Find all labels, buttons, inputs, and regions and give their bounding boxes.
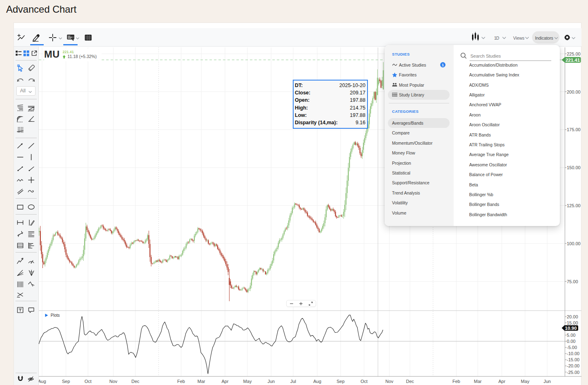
svg-text:-15.00: -15.00 [567,357,579,362]
svg-text:Apr: Apr [498,379,505,384]
svg-text:-10.00: -10.00 [567,351,579,356]
svg-text:10.90: 10.90 [565,326,577,331]
svg-text:Dec: Dec [406,379,414,384]
svg-text:Mar: Mar [198,379,205,384]
svg-text:Dec: Dec [131,379,140,384]
svg-text:Jun: Jun [267,379,275,384]
svg-text:Jun: Jun [543,379,551,384]
svg-text:1D: 1D [494,36,499,40]
svg-text:Feb: Feb [452,379,460,384]
svg-text:Views: Views [513,36,525,40]
svg-text:225.00: 225.00 [567,51,581,56]
svg-text:-5.00: -5.00 [567,345,577,350]
svg-text:Sep: Sep [336,379,345,384]
svg-text:May: May [521,379,530,384]
svg-text:Nov: Nov [385,379,394,384]
svg-text:100.00: 100.00 [567,241,581,246]
svg-text:150.00: 150.00 [567,165,581,170]
svg-text:Indicators: Indicators [535,36,553,40]
svg-text:20.00: 20.00 [567,314,578,319]
svg-text:Oct: Oct [85,379,91,384]
svg-text:Apr: Apr [221,379,228,384]
svg-text:5.00: 5.00 [567,333,575,338]
svg-text:200.00: 200.00 [567,90,581,94]
svg-text:Oct: Oct [361,379,368,384]
svg-text:125.00: 125.00 [567,203,581,208]
svg-text:175.00: 175.00 [567,127,581,132]
svg-text:221.41: 221.41 [566,58,580,63]
svg-text:Feb: Feb [177,379,185,384]
svg-text:Jul: Jul [290,379,296,384]
svg-text:May: May [243,379,252,384]
svg-text:-20.00: -20.00 [567,363,579,368]
svg-text:Aug: Aug [313,379,321,384]
svg-text:-25.00: -25.00 [567,370,579,375]
svg-text:Mar: Mar [474,379,482,384]
svg-text:0.00: 0.00 [567,339,575,344]
svg-text:15.00: 15.00 [567,320,578,325]
svg-text:75.00: 75.00 [567,279,578,284]
svg-text:Nov: Nov [109,379,118,384]
svg-text:Aug: Aug [38,379,46,384]
svg-text:Sep: Sep [62,379,70,384]
